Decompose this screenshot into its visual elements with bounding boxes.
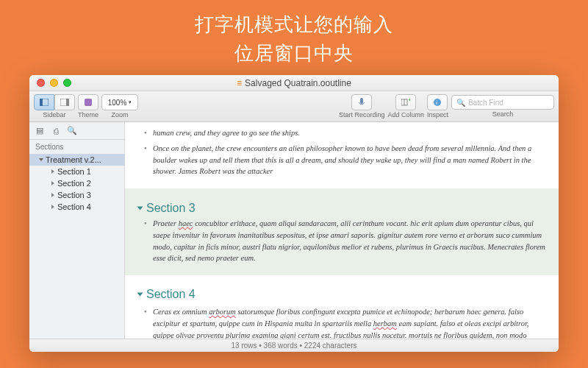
microphone-icon [359, 98, 365, 107]
sidebar-item-section-1[interactable]: Section 1 [29, 166, 124, 177]
add-column-label: Add Column [387, 111, 424, 118]
add-column-button[interactable]: + [395, 94, 416, 110]
svg-text:i: i [436, 99, 437, 106]
svg-rect-3 [66, 99, 69, 106]
close-button[interactable] [37, 79, 45, 87]
zoom-select[interactable]: 100% ▾ [101, 94, 138, 110]
add-column-icon: + [401, 98, 410, 107]
minimize-button[interactable] [50, 79, 58, 87]
section-heading-4[interactable]: Section 4 [138, 286, 545, 303]
window-title: ≡Salvaged Quatrain.ooutline [29, 78, 559, 88]
status-text: 13 rows • 368 words • 2224 characters [232, 342, 357, 350]
sidebar: ▤ ⎙ 🔍 Sections Treatment v.2... Section … [29, 122, 125, 339]
sidebar-header: Sections [29, 140, 124, 152]
styles-tab-icon[interactable]: ⎙ [50, 125, 62, 137]
svg-rect-1 [40, 99, 43, 106]
sidebar-item-root[interactable]: Treatment v.2... [29, 154, 124, 166]
sidebar-left-icon [40, 99, 49, 106]
theme-button[interactable] [78, 94, 98, 110]
promo-line-1: 打字机模式让您的输入 [0, 10, 588, 39]
svg-rect-4 [85, 99, 92, 106]
section-heading-3[interactable]: Section 3 [138, 202, 545, 215]
paragraph[interactable]: Praeter haec concubitor erithace, quam a… [153, 218, 545, 264]
inspect-button[interactable]: i [427, 94, 448, 110]
section-3-block: Section 3 Praeter haec concubitor eritha… [125, 188, 559, 275]
sidebar-toggle-group: Sidebar [34, 94, 75, 118]
svg-rect-5 [360, 98, 363, 104]
zoom-label: Zoom [112, 111, 129, 118]
inspect-label: Inspect [427, 111, 448, 118]
status-bar: 13 rows • 368 words • 2224 characters [29, 339, 559, 352]
search-tab-icon[interactable]: 🔍 [66, 125, 78, 137]
theme-label: Theme [78, 111, 98, 118]
editor-main[interactable]: human crew, and they agree to go see the… [125, 122, 559, 339]
toolbar: Sidebar Theme 100% ▾ Zoom Start Recordin… [29, 91, 559, 122]
sections-tab-icon[interactable]: ▤ [34, 125, 46, 137]
inspect-group: i Inspect [427, 94, 448, 118]
document-icon: ≡ [237, 78, 242, 88]
sidebar-toggle-left[interactable] [34, 94, 54, 110]
zoom-button[interactable] [63, 79, 71, 87]
recording-label: Start Recording [339, 111, 385, 118]
search-group: 🔍Batch Find Search [451, 95, 554, 118]
sidebar-tree: Treatment v.2... Section 1 Section 2 Sec… [29, 152, 124, 214]
sidebar-tabs: ▤ ⎙ 🔍 [29, 122, 124, 140]
search-label: Search [492, 110, 514, 118]
disclosure-icon[interactable] [137, 207, 143, 210]
info-icon: i [433, 98, 442, 107]
traffic-lights [29, 79, 71, 87]
content-area: ▤ ⎙ 🔍 Sections Treatment v.2... Section … [29, 122, 559, 339]
sidebar-toggle-right[interactable] [54, 94, 75, 110]
theme-group: Theme [78, 94, 98, 118]
theme-icon [84, 98, 93, 107]
paragraph[interactable]: Ceras ex omnium arborum satorumque flori… [153, 306, 545, 339]
promo-heading: 打字机模式让您的输入 位居窗口中央 [0, 0, 588, 68]
sidebar-right-icon [60, 99, 69, 106]
recording-group: Start Recording [339, 94, 385, 118]
zoom-group: 100% ▾ Zoom [101, 94, 138, 118]
sidebar-item-section-3[interactable]: Section 3 [29, 189, 124, 201]
svg-text:+: + [408, 98, 410, 103]
search-input[interactable]: 🔍Batch Find [451, 95, 554, 110]
app-window: ≡Salvaged Quatrain.ooutline Sidebar Them… [29, 75, 559, 352]
promo-line-2: 位居窗口中央 [0, 39, 588, 68]
document-body: human crew, and they agree to go see the… [125, 122, 559, 188]
disclosure-icon[interactable] [137, 293, 143, 297]
paragraph[interactable]: Once on the planet, the crew encounters … [153, 143, 545, 177]
paragraph[interactable]: human crew, and they agree to go see the… [153, 127, 545, 139]
section-4-block: Section 4 Ceras ex omnium arborum satoru… [125, 275, 559, 339]
search-icon: 🔍 [456, 99, 465, 107]
sidebar-item-section-4[interactable]: Section 4 [29, 201, 124, 213]
titlebar: ≡Salvaged Quatrain.ooutline [29, 75, 559, 91]
sidebar-label: Sidebar [43, 111, 65, 118]
start-recording-button[interactable] [351, 94, 372, 110]
sidebar-item-section-2[interactable]: Section 2 [29, 177, 124, 189]
add-column-group: + Add Column [387, 94, 424, 118]
